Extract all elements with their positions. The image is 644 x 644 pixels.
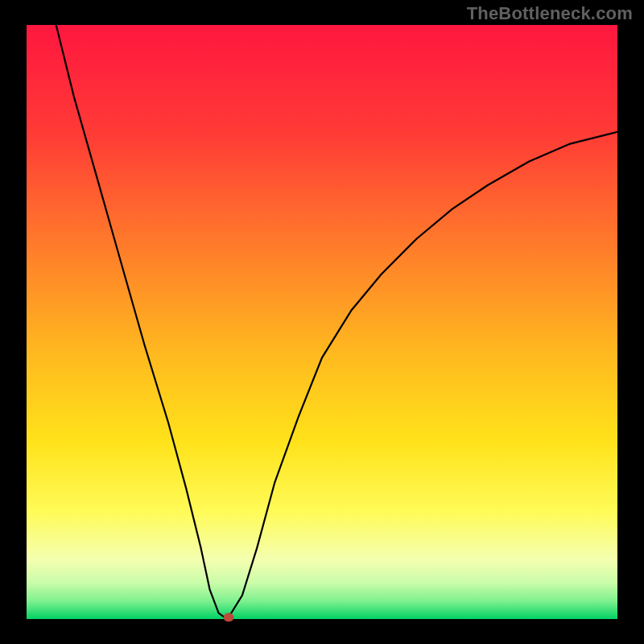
chart-container: TheBottleneck.com <box>0 0 644 644</box>
minimum-marker <box>224 613 234 621</box>
plot-background <box>27 25 617 619</box>
bottleneck-chart <box>0 0 644 644</box>
watermark-text: TheBottleneck.com <box>467 3 633 24</box>
